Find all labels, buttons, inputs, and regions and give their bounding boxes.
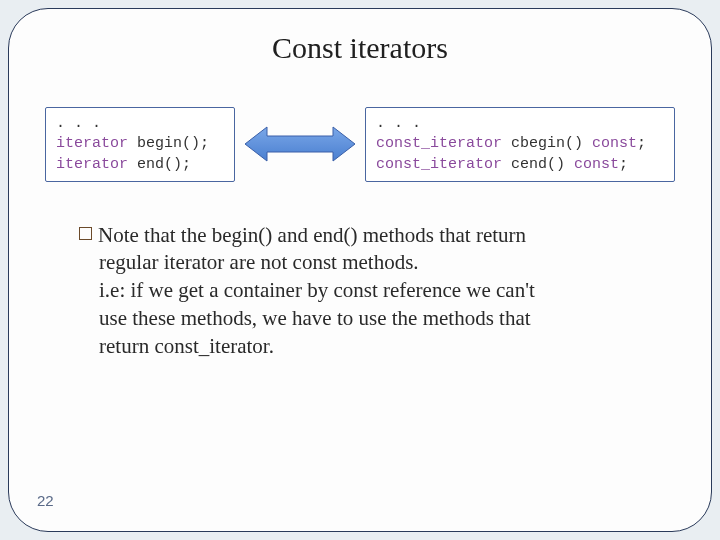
note-text: Note that the begin() and end() methods … — [98, 222, 526, 250]
code-text: cbegin() — [502, 135, 592, 152]
code-text: cend() — [502, 156, 574, 173]
note-line: use these methods, we have to use the me… — [99, 305, 641, 333]
code-box-nonconst: . . . iterator begin(); iterator end(); — [45, 107, 235, 182]
square-bullet-icon — [79, 227, 92, 240]
code-text: begin(); — [128, 135, 209, 152]
keyword: iterator — [56, 156, 128, 173]
double-arrow-icon — [245, 114, 355, 174]
keyword: const — [592, 135, 637, 152]
note-paragraph: Note that the begin() and end() methods … — [79, 222, 641, 361]
code-line: . . . — [376, 114, 664, 134]
note-line: i.e: if we get a container by const refe… — [99, 277, 641, 305]
keyword: const_iterator — [376, 135, 502, 152]
code-line: iterator end(); — [56, 155, 224, 175]
note-line: Note that the begin() and end() methods … — [79, 222, 641, 250]
page-number: 22 — [37, 492, 54, 509]
keyword: iterator — [56, 135, 128, 152]
svg-marker-0 — [245, 127, 355, 161]
note-line: return const_iterator. — [99, 333, 641, 361]
code-line: iterator begin(); — [56, 134, 224, 154]
code-text: ; — [619, 156, 628, 173]
keyword: const — [574, 156, 619, 173]
slide-title: Const iterators — [9, 31, 711, 65]
code-line: const_iterator cbegin() const; — [376, 134, 664, 154]
code-line: . . . — [56, 114, 224, 134]
code-box-const: . . . const_iterator cbegin() const; con… — [365, 107, 675, 182]
code-line: const_iterator cend() const; — [376, 155, 664, 175]
slide-frame: Const iterators . . . iterator begin(); … — [8, 8, 712, 532]
keyword: const_iterator — [376, 156, 502, 173]
note-line: regular iterator are not const methods. — [99, 249, 641, 277]
code-text: end(); — [128, 156, 191, 173]
code-comparison-row: . . . iterator begin(); iterator end(); … — [9, 107, 711, 182]
code-text: ; — [637, 135, 646, 152]
